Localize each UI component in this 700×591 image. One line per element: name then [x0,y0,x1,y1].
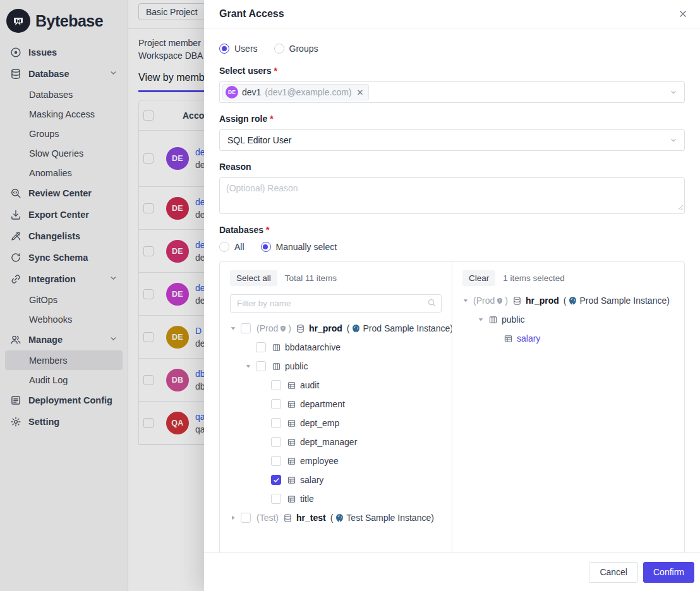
table-row[interactable]: QAqaqa [139,402,204,445]
sidebar-item-deployment-config[interactable]: Deployment Config [5,390,123,411]
row-checkbox[interactable] [143,246,154,256]
row-checkbox[interactable] [143,332,154,342]
sidebar-item-setting[interactable]: Setting [5,411,123,433]
tree-node-dept_emp[interactable]: dept_emp [226,414,452,433]
sidebar-item-webhooks[interactable]: Webhooks [5,309,123,329]
tree-node-public[interactable]: public [226,357,452,376]
select-all-button[interactable]: Select all [230,270,277,286]
sidebar-item-review-center[interactable]: Review Center [5,182,123,204]
caret-down-icon[interactable] [476,316,485,323]
node-checkbox[interactable] [271,475,281,485]
tree-node-department[interactable]: department [226,395,452,414]
node-checkbox[interactable] [271,437,281,447]
node-checkbox[interactable] [271,494,281,504]
sidebar-item-databases[interactable]: Databases [5,85,123,104]
sidebar-item-issues[interactable]: Issues [5,42,123,63]
radio-all[interactable]: All [219,242,244,252]
tree-node-salary[interactable]: salary [459,329,684,348]
radio-button[interactable] [219,44,229,54]
sidebar-item-masking-access[interactable]: Masking Access [5,104,123,124]
sidebar-item-manage[interactable]: Manage [5,329,123,350]
table-row[interactable]: DEdede [139,230,204,273]
node-label: dept_manager [300,437,357,447]
sidebar-item-audit-log[interactable]: Audit Log [5,370,123,390]
row-checkbox[interactable] [143,153,154,164]
member-name-link[interactable]: de [195,239,204,251]
caret-down-icon[interactable] [244,363,253,369]
close-icon[interactable] [676,7,690,21]
sidebar-item-integration[interactable]: Integration [5,268,123,290]
row-checkbox[interactable] [143,203,154,213]
member-name-link[interactable]: de [195,146,204,158]
row-checkbox[interactable] [143,375,154,385]
assign-role-select[interactable]: SQL Editor User [219,129,685,151]
sidebar-item-sync-schema[interactable]: Sync Schema [5,247,123,268]
table-row[interactable]: DEdede [139,273,204,316]
sidebar-item-slow-queries[interactable]: Slow Queries [5,143,123,163]
tree-node-hr_prod[interactable]: (Prod)hr_prod( Prod Sample Instance) [459,291,684,310]
node-checkbox[interactable] [256,361,266,371]
caret-right-icon[interactable] [229,515,238,521]
select-all-checkbox[interactable] [143,110,154,121]
sidebar-item-changelists[interactable]: Changelists [5,225,123,247]
radio-button[interactable] [261,242,271,252]
background-content: Basic Project Project member Workspace D… [128,0,204,591]
row-checkbox[interactable] [143,289,154,299]
select-users-input[interactable]: DE dev1 (dev1@example.com) ✕ [219,81,685,103]
member-name-link[interactable]: qa [195,410,204,423]
table-row[interactable]: DEDde [139,316,204,359]
radio-button[interactable] [274,44,284,54]
tree-node-bbdataarchive[interactable]: bbdataarchive [226,338,452,357]
table-row[interactable]: DEdede [139,187,204,230]
sync-schema-icon [10,252,22,264]
tab-view-by-members[interactable]: View by members [138,72,204,92]
node-checkbox[interactable] [271,418,281,428]
sidebar-item-label: Review Center [28,188,92,198]
table-row[interactable]: DEdede [139,131,204,187]
node-checkbox[interactable] [256,342,266,352]
remove-user-icon[interactable]: ✕ [356,88,364,97]
confirm-button[interactable]: Confirm [643,562,694,583]
tree-node-salary[interactable]: salary [226,470,452,489]
radio-groups[interactable]: Groups [274,44,318,54]
member-name-link[interactable]: D [195,325,204,337]
tree-node-title[interactable]: title [226,489,452,508]
caret-down-icon[interactable] [461,297,470,304]
node-checkbox[interactable] [241,513,251,523]
tree-node-employee[interactable]: employee [226,451,452,470]
project-selector[interactable]: Basic Project [138,3,204,20]
sidebar-item-members[interactable]: Members [5,350,123,370]
table-row[interactable]: DBdbdb [139,359,204,402]
node-label: hr_prod [526,296,559,306]
radio-button[interactable] [219,242,229,252]
resize-handle-icon[interactable] [678,202,684,212]
node-checkbox[interactable] [271,456,281,466]
bytebase-logo[interactable]: Bytebase [5,6,123,42]
node-checkbox[interactable] [271,399,281,409]
tree-node-audit[interactable]: audit [226,376,452,395]
filter-by-name-input[interactable] [230,294,442,313]
radio-users[interactable]: Users [219,44,258,54]
tree-node-hr_prod[interactable]: (Prod)hr_prod( Prod Sample Instance) [226,319,452,338]
member-name-link[interactable]: db [195,367,204,380]
radio-manually-select[interactable]: Manually select [261,242,337,252]
row-checkbox[interactable] [143,418,154,428]
node-checkbox[interactable] [271,380,281,390]
sidebar-item-anomalies[interactable]: Anomalies [5,163,123,182]
clear-button[interactable]: Clear [462,270,495,286]
caret-down-icon[interactable] [229,325,238,331]
reason-textarea[interactable] [219,177,685,214]
sidebar-item-gitops[interactable]: GitOps [5,290,123,309]
member-name-link[interactable]: de [195,196,204,208]
sidebar-item-database[interactable]: Database [5,63,123,85]
setting-icon [10,416,22,428]
sidebar-item-export-center[interactable]: Export Center [5,204,123,225]
tree-node-hr_test[interactable]: (Test)hr_test( Test Sample Instance) [226,508,452,527]
member-name-link[interactable]: de [195,282,204,294]
databases-option-label: Manually select [276,242,337,252]
cancel-button[interactable]: Cancel [589,562,638,583]
tree-node-public[interactable]: public [459,310,684,329]
tree-node-dept_manager[interactable]: dept_manager [226,433,452,451]
sidebar-item-groups[interactable]: Groups [5,124,123,143]
node-checkbox[interactable] [241,323,251,333]
